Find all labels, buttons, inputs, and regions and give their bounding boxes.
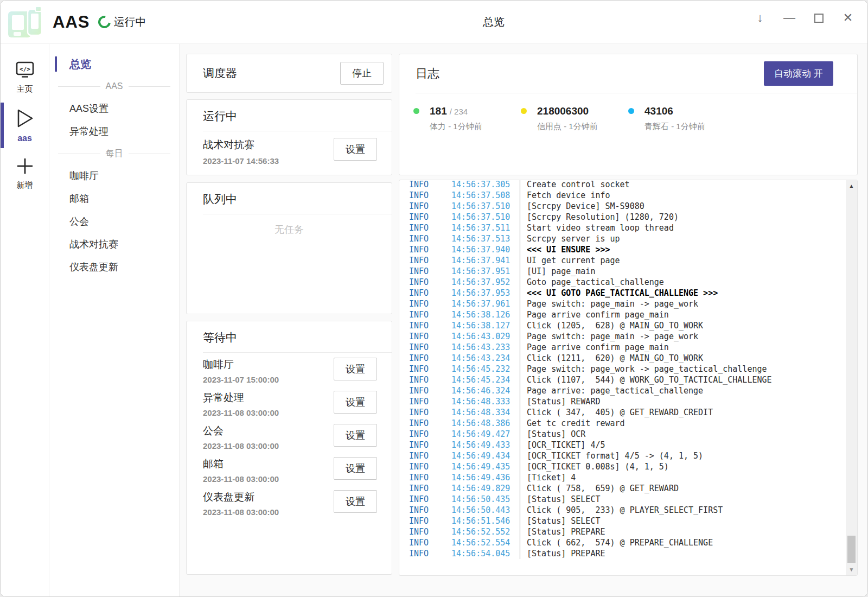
log-line: INFO 14:56:43.029 Page switch: page_main…	[409, 331, 839, 342]
nav-item[interactable]: 战术对抗赛	[49, 233, 179, 256]
stat-dot-icon	[628, 108, 634, 114]
log-timestamp: 14:56:37.961	[451, 298, 520, 309]
log-message: Get tc credit reward	[520, 418, 839, 429]
log-level: INFO	[409, 277, 451, 288]
stat-item: 43106 青辉石 - 1分钟前	[628, 105, 736, 132]
scroll-up-arrow-icon[interactable]: ▲	[846, 183, 857, 189]
nav-selected-indicator	[55, 56, 57, 72]
queue-title: 队列中	[203, 193, 237, 205]
waiting-settings-button[interactable]: 设置	[334, 424, 377, 447]
autoscroll-toggle-button[interactable]: 自动滚动 开	[764, 61, 833, 86]
waiting-task-name: 公会	[203, 424, 279, 438]
nav-section-label: 每日	[106, 148, 123, 160]
waiting-settings-button[interactable]: 设置	[334, 391, 377, 414]
log-timestamp: 14:56:54.045	[451, 548, 520, 559]
log-line: INFO 14:56:49.435 [OCR_TICKET 0.008s] (4…	[409, 461, 839, 472]
log-message: Page arrive confirm page_main	[520, 342, 839, 353]
log-line: INFO 14:56:48.333 [Status] REWARD	[409, 396, 839, 407]
log-level: INFO	[409, 407, 451, 418]
log-message: Page arrive: page_tactical_challenge	[520, 385, 839, 396]
waiting-settings-button[interactable]: 设置	[334, 457, 377, 480]
log-timestamp: 14:56:37.513	[451, 233, 520, 244]
plus-icon	[16, 157, 34, 175]
rail-label-home: 主页	[17, 84, 33, 94]
nav-item[interactable]: 咖啡厅	[49, 164, 179, 187]
running-task-row: 战术对抗赛 2023-11-07 14:56:33 设置	[187, 131, 392, 166]
waiting-task-name: 咖啡厅	[203, 358, 279, 372]
log-message: [OCR_TICKET] 4/5	[520, 440, 839, 450]
log-timestamp: 14:56:50.435	[451, 494, 520, 505]
log-scrollbar[interactable]: ▲ ▼	[846, 180, 857, 575]
log-message: Start video stream loop thread	[520, 223, 839, 233]
stop-button[interactable]: 停止	[340, 62, 384, 85]
waiting-settings-button[interactable]: 设置	[334, 490, 377, 513]
stat-value: 218006300	[537, 105, 589, 117]
log-line: INFO 14:56:50.443 Click ( 905, 233) @ PL…	[409, 505, 839, 516]
minimize-icon[interactable]: —	[778, 7, 800, 29]
log-level: INFO	[409, 374, 451, 385]
log-timestamp: 14:56:37.508	[451, 190, 520, 201]
log-level: INFO	[409, 472, 451, 483]
nav-item-label: 咖啡厅	[69, 169, 99, 182]
waiting-task-time: 2023-11-07 15:00:00	[203, 375, 279, 384]
log-line: INFO 14:56:38.127 Click (1205, 628) @ MA…	[409, 320, 839, 331]
stat-dot-icon	[413, 108, 419, 114]
scrollbar-thumb[interactable]	[847, 536, 856, 563]
log-level: INFO	[409, 537, 451, 548]
log-timestamp: 14:56:43.029	[451, 331, 520, 342]
nav-item[interactable]: 仪表盘更新	[49, 256, 179, 278]
log-timestamp: 14:56:48.333	[451, 396, 520, 407]
nav-sidebar: 总览 AAS AAS设置 异常处理 每日 咖啡厅	[49, 44, 180, 596]
waiting-title: 等待中	[203, 331, 237, 344]
nav-item[interactable]: 公会	[49, 210, 179, 233]
waiting-task-name: 异常处理	[203, 391, 279, 405]
nav-item[interactable]: 总览	[49, 53, 179, 75]
log-line: INFO 14:56:51.546 [Status] SELECT	[409, 516, 839, 526]
window-controls: ↓ — ✕	[749, 7, 859, 29]
rail-selected-indicator	[1, 103, 4, 148]
waiting-settings-button[interactable]: 设置	[334, 358, 377, 380]
rail-item-add[interactable]: 新增	[1, 150, 49, 197]
running-settings-button[interactable]: 设置	[334, 138, 377, 161]
scroll-down-arrow-icon[interactable]: ▼	[846, 567, 857, 573]
log-message: [Status] REWARD	[520, 396, 839, 407]
log-level: INFO	[409, 526, 451, 537]
resource-stats: 181/ 234 体力 - 1分钟前 218006300 信用点 - 1分钟前 …	[399, 93, 857, 132]
log-timestamp: 14:56:37.952	[451, 277, 520, 288]
log-level: INFO	[409, 223, 451, 233]
close-icon[interactable]: ✕	[837, 7, 859, 29]
log-message: Page arrive confirm page_main	[520, 309, 839, 320]
stat-value: 181	[430, 105, 447, 117]
nav-item[interactable]: AAS设置	[49, 97, 179, 120]
rail-item-aas[interactable]: aas	[1, 101, 49, 150]
nav-item-label: 战术对抗赛	[69, 238, 118, 251]
nav-item[interactable]: 邮箱	[49, 187, 179, 210]
nav-item-label: 公会	[69, 215, 89, 228]
rail-item-home[interactable]: </> 主页	[1, 54, 49, 101]
maximize-icon[interactable]	[808, 7, 829, 29]
log-level: INFO	[409, 298, 451, 309]
log-timestamp: 14:56:52.554	[451, 537, 520, 548]
stat-label: 青辉石 - 1分钟前	[644, 122, 736, 132]
main-content: 调度器 停止 运行中 战术对抗赛 2023-11-07 14:56:33 设置	[180, 44, 867, 596]
waiting-task-time: 2023-11-08 03:00:00	[203, 507, 279, 517]
log-line: INFO 14:56:37.961 Page switch: page_main…	[409, 298, 839, 309]
queue-card: 队列中 无任务	[186, 182, 392, 314]
log-line: INFO 14:56:37.941 UI get current page	[409, 255, 839, 266]
log-message: Click (1107, 544) @ WORK_GO_TO_TACTICAL_…	[520, 374, 839, 385]
rail-label-aas: aas	[17, 134, 32, 143]
nav-item[interactable]: 异常处理	[49, 120, 179, 143]
log-timestamp: 14:56:49.829	[451, 483, 520, 494]
log-message: <<< UI GOTO PAGE_TACTICAL_CHALLENGE >>>	[520, 288, 839, 298]
log-timestamp: 14:56:50.443	[451, 505, 520, 516]
log-message: Page switch: page_work -> page_tactical_…	[520, 364, 839, 374]
log-level: INFO	[409, 418, 451, 429]
log-level: INFO	[409, 364, 451, 374]
svg-text:</>: </>	[20, 66, 30, 73]
log-timestamp: 14:56:43.234	[451, 353, 520, 364]
app-status-text: 运行中	[113, 15, 146, 29]
download-arrow-icon[interactable]: ↓	[749, 7, 771, 29]
log-level: INFO	[409, 385, 451, 396]
log-timestamp: 14:56:48.386	[451, 418, 520, 429]
log-timestamp: 14:56:37.305	[451, 180, 520, 190]
